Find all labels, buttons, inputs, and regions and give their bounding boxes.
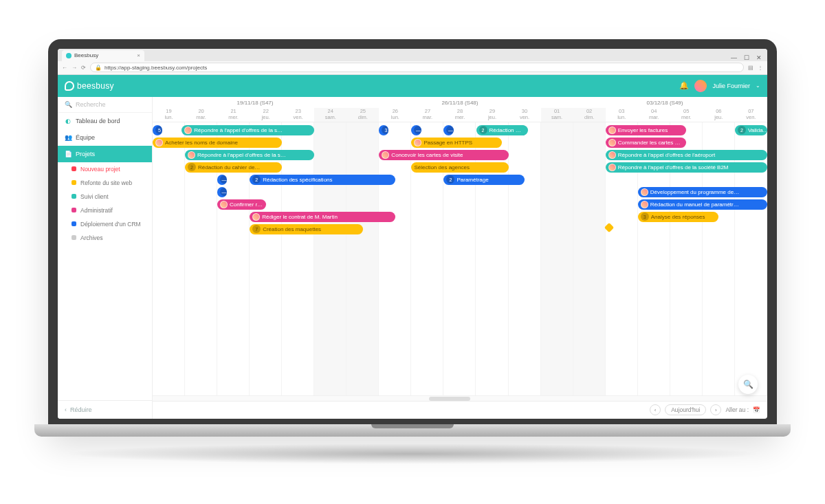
task-bar[interactable]: Sélection des agences bbox=[411, 162, 508, 173]
today-button[interactable]: Aujourd'hui bbox=[665, 404, 706, 415]
collapse-sidebar-button[interactable]: ‹ Réduire bbox=[58, 400, 152, 419]
sidebar-item-équipe[interactable]: 👥Équipe bbox=[58, 129, 152, 146]
day-header: 26lun. bbox=[379, 108, 411, 122]
brand-name: beesbusy bbox=[77, 81, 114, 91]
avatar[interactable] bbox=[694, 80, 707, 92]
assignee-avatar bbox=[184, 127, 192, 134]
task-bar[interactable]: Envoyer les factures bbox=[606, 125, 687, 135]
task-bar[interactable]: Répondre à l'appel d'offres de l'aéropor… bbox=[606, 150, 767, 160]
app-header: beesbusy 🔔 Julie Fournier ⌄ bbox=[58, 75, 767, 97]
task-badge: 3 bbox=[641, 212, 649, 221]
sidebar: 🔍 Recherche ◐Tableau de bord👥Équipe📄Proj… bbox=[58, 97, 153, 419]
task-bar[interactable]: 7Création des maquettes bbox=[250, 224, 363, 234]
laptop-shadow bbox=[62, 443, 763, 464]
task-bar[interactable]: Commander les cartes … bbox=[606, 138, 687, 148]
laptop-frame: Beesbusy × — ☐ ✕ ← → ⟳ 🔒 https://app-sta… bbox=[48, 39, 777, 465]
day-header: 02dim. bbox=[573, 108, 606, 122]
zoom-button[interactable]: 🔍 bbox=[738, 375, 758, 394]
task-bar[interactable]: 2Rédaction … bbox=[476, 125, 528, 135]
task-bar[interactable]: Répondre à l'appel d'offres de la s… bbox=[182, 125, 314, 135]
task-bar[interactable]: Acheter les noms de domaine bbox=[153, 138, 282, 148]
task-label: Répondre à l'appel d'offres de la s… bbox=[194, 127, 283, 133]
task-badge: 2 bbox=[188, 163, 196, 171]
scroll-thumb[interactable] bbox=[429, 397, 470, 401]
task-marker[interactable]: — bbox=[217, 175, 227, 185]
task-marker[interactable]: — bbox=[411, 125, 421, 135]
task-bar[interactable]: Répondre à l'appel d'offres de la s… bbox=[185, 150, 314, 160]
maximize-icon[interactable]: ☐ bbox=[744, 54, 749, 61]
task-marker[interactable]: — bbox=[217, 187, 227, 197]
task-badge: — bbox=[220, 188, 227, 196]
task-bar[interactable]: Rédiger le contrat de M. Martin bbox=[250, 212, 395, 222]
task-label: Analyse des réponses bbox=[651, 214, 705, 220]
bottom-toolbar: ‹ Aujourd'hui › Aller au : 📅 bbox=[153, 401, 767, 419]
task-badge: 2 bbox=[252, 175, 261, 184]
search-input[interactable]: 🔍 Recherche bbox=[58, 97, 152, 113]
assignee-avatar bbox=[188, 151, 195, 159]
sidebar-item-projets[interactable]: 📄Projets bbox=[58, 146, 152, 162]
extension-icon[interactable]: ▤ bbox=[748, 65, 754, 71]
sidebar-project-refonte-du-site-web[interactable]: Refonte du site web bbox=[58, 176, 152, 190]
task-bar[interactable]: Répondre à l'appel d'offres de la sociét… bbox=[606, 162, 767, 173]
bell-icon[interactable]: 🔔 bbox=[679, 81, 689, 90]
task-bar[interactable]: 3Analyse des réponses bbox=[638, 212, 719, 222]
sidebar-project-administratif[interactable]: Administratif bbox=[58, 204, 152, 217]
task-bar[interactable]: Passage en HTTPS bbox=[411, 138, 502, 148]
day-header: 01sam. bbox=[541, 108, 573, 122]
project-label: Suivi client bbox=[80, 193, 109, 200]
day-header: 25dim. bbox=[346, 108, 379, 122]
task-marker[interactable]: 5 bbox=[153, 125, 162, 135]
sidebar-item-tableau-de-bord[interactable]: ◐Tableau de bord bbox=[58, 113, 152, 129]
day-header: 27mar. bbox=[411, 108, 443, 122]
task-marker[interactable]: — bbox=[443, 125, 453, 135]
sidebar-project-suivi-client[interactable]: Suivi client bbox=[58, 190, 152, 204]
task-bar[interactable]: Concevoir les cartes de visite bbox=[379, 150, 508, 160]
day-header: 24sam. bbox=[314, 108, 346, 122]
task-bar[interactable]: Confirmer r… bbox=[217, 199, 266, 210]
browser-address-bar: ← → ⟳ 🔒 https://app-staging.beesbusy.com… bbox=[58, 61, 767, 75]
gantt-body[interactable]: 5Répondre à l'appel d'offres de la s…3——… bbox=[153, 122, 767, 395]
laptop-base bbox=[34, 424, 791, 437]
reload-icon[interactable]: ⟳ bbox=[81, 65, 86, 71]
project-color-icon bbox=[72, 221, 76, 226]
task-label: Passage en HTTPS bbox=[424, 140, 472, 146]
url-input[interactable]: 🔒 https://app-staging.beesbusy.com/proje… bbox=[90, 63, 744, 72]
close-icon[interactable]: × bbox=[137, 52, 140, 58]
sidebar-project-nouveau-projet[interactable]: Nouveau projet bbox=[58, 162, 152, 176]
task-bar[interactable]: 2Rédaction du cahier de… bbox=[185, 162, 282, 173]
assignee-avatar bbox=[641, 201, 648, 208]
chevron-down-icon[interactable]: ⌄ bbox=[756, 83, 760, 89]
task-badge: 5 bbox=[155, 126, 162, 134]
task-bar[interactable]: 2Rédaction des spécifications bbox=[250, 175, 395, 185]
task-badge: 2 bbox=[479, 126, 487, 134]
task-bar[interactable]: 2Paramétrage bbox=[443, 175, 525, 185]
sidebar-item-label: Projets bbox=[76, 151, 95, 157]
sidebar-project-d-ploiement-d-un-crm[interactable]: Déploiement d'un CRM bbox=[58, 217, 152, 231]
sidebar-item-icon: ◐ bbox=[65, 118, 72, 124]
task-badge: 3 bbox=[382, 126, 388, 134]
task-bar[interactable]: Rédaction du manuel de paramétr… bbox=[638, 199, 767, 210]
task-label: Commander les cartes … bbox=[618, 140, 681, 146]
task-bar[interactable]: Développement du programme de… bbox=[638, 187, 767, 197]
calendar-icon[interactable]: 📅 bbox=[753, 406, 760, 413]
task-label: Confirmer r… bbox=[230, 201, 263, 208]
brand-logo[interactable]: beesbusy bbox=[65, 81, 114, 91]
back-icon[interactable]: ← bbox=[62, 65, 67, 71]
task-bar[interactable]: 2Valida… bbox=[735, 125, 767, 135]
horizontal-scrollbar[interactable] bbox=[153, 395, 767, 401]
day-header: 06jeu. bbox=[703, 108, 735, 122]
close-window-icon[interactable]: ✕ bbox=[756, 54, 762, 61]
task-marker[interactable]: 3 bbox=[379, 125, 388, 135]
forward-icon[interactable]: → bbox=[72, 65, 77, 71]
browser-tab[interactable]: Beesbusy × bbox=[62, 50, 144, 61]
assignee-avatar bbox=[414, 139, 421, 146]
minimize-icon[interactable]: — bbox=[731, 54, 737, 61]
next-button[interactable]: › bbox=[710, 404, 721, 415]
day-header: 21mer. bbox=[217, 108, 250, 122]
assignee-avatar bbox=[608, 139, 616, 146]
sidebar-project-archives[interactable]: Archives bbox=[58, 231, 152, 245]
menu-icon[interactable]: ⋮ bbox=[758, 65, 763, 71]
task-badge: 2 bbox=[738, 126, 746, 134]
prev-button[interactable]: ‹ bbox=[650, 404, 661, 415]
task-badge: — bbox=[220, 175, 227, 184]
